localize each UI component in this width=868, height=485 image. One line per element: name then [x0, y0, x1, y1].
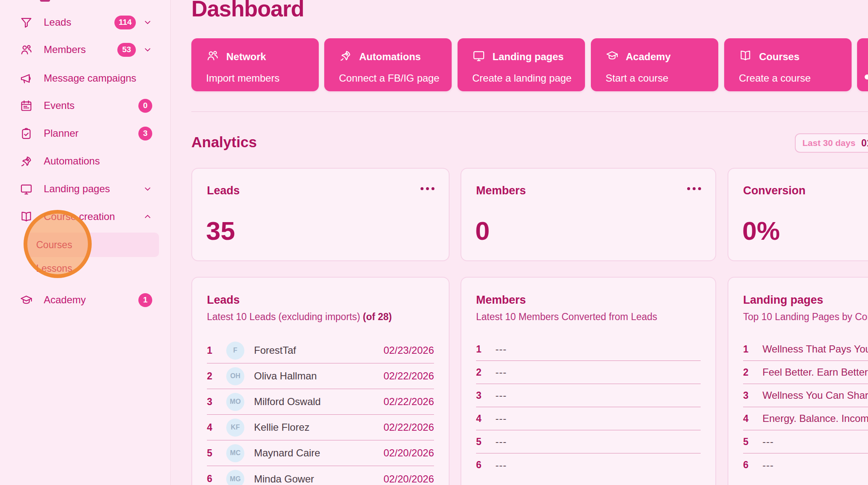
avatar: F [226, 342, 244, 360]
quick-action-title: Network [226, 51, 266, 63]
date-range-value: 01/2 [861, 138, 868, 149]
landing-pages-list-card: Landing pages Top 10 Landing Pages by Co… [728, 277, 868, 485]
table-row[interactable]: 4 KF Kellie Florez 02/22/2026 [207, 415, 434, 440]
table-row[interactable]: 3 MO Milford Oswald 02/22/2026 [207, 389, 434, 415]
table-row: 6 --- [476, 453, 701, 477]
sidebar: Leads 114 Members 53 Message campaigns [0, 0, 171, 485]
date-range-label: Last 30 days [802, 138, 855, 148]
quick-action-courses[interactable]: Courses Create a course [724, 38, 852, 91]
date-range-filter[interactable]: Last 30 days 01/2 [795, 133, 868, 153]
calendar-icon [20, 99, 33, 112]
table-row: 5 --- [476, 430, 701, 453]
stat-title: Conversion [743, 184, 806, 197]
sidebar-subitem-courses[interactable]: Courses [0, 233, 171, 257]
leads-count-badge: 114 [114, 16, 136, 29]
table-row: 3 --- [476, 384, 701, 407]
list-title: Landing pages [743, 294, 823, 307]
sidebar-item-leads[interactable]: Leads 114 [0, 10, 171, 34]
table-row: 4 --- [476, 407, 701, 430]
rocket-icon [20, 155, 33, 168]
table-row[interactable]: 1 F ForestTaf 02/23/2026 [207, 338, 434, 363]
members-list-card: Members Latest 10 Members Converted from… [460, 277, 716, 485]
quick-action-subtitle: Start a course [606, 72, 710, 84]
list-title: Leads [207, 294, 240, 307]
table-row[interactable]: 1 Wellness That Pays You Back [743, 338, 868, 361]
sidebar-item-course-creation[interactable]: Course creation [0, 204, 171, 229]
sidebar-item-landing-pages[interactable]: Landing pages [0, 177, 171, 201]
ellipsis-menu-icon[interactable] [421, 187, 434, 190]
quick-action-automations[interactable]: Automations Connect a FB/IG page [324, 38, 452, 91]
table-row: 1 --- [476, 338, 701, 361]
clipped-icon [865, 74, 868, 80]
quick-action-clipped[interactable] [857, 38, 868, 91]
app-window: Leads 114 Members 53 Message campaigns [0, 0, 868, 485]
table-row[interactable]: 2 Feel Better. Earn Better. [743, 361, 868, 384]
rocket-icon [339, 49, 352, 64]
quick-action-subtitle: Create a landing page [472, 72, 577, 84]
people-icon [20, 43, 33, 56]
sidebar-item-planner[interactable]: Planner 3 [0, 121, 171, 146]
chevron-down-icon[interactable] [143, 184, 152, 193]
list-subtitle: Latest 10 Leads (excluding imports) (of … [207, 311, 392, 323]
monitor-icon [20, 183, 33, 196]
sidebar-item-label: Course creation [44, 211, 115, 223]
members-count-badge: 53 [117, 43, 136, 57]
clipped-nav-item [40, 0, 50, 2]
open-book-icon [739, 49, 752, 64]
sidebar-item-automations[interactable]: Automations [0, 149, 171, 173]
academy-count-badge: 1 [138, 293, 152, 307]
sidebar-item-label: Leads [44, 16, 71, 28]
funnel-icon [20, 16, 33, 29]
table-row[interactable]: 4 Energy. Balance. Income. [743, 407, 868, 430]
sidebar-item-events[interactable]: Events 0 [0, 93, 171, 118]
table-row[interactable]: 5 MC Maynard Caire 02/20/2026 [207, 440, 434, 466]
list-subtitle: Top 10 Landing Pages by Convers [743, 311, 868, 323]
stat-value: 0% [742, 216, 780, 246]
table-row[interactable]: 6 MG Minda Gower 02/20/2026 [207, 466, 434, 485]
table-row: 2 --- [476, 361, 701, 384]
avatar: KF [226, 419, 244, 437]
sidebar-item-members[interactable]: Members 53 [0, 37, 171, 62]
stat-value: 0 [475, 216, 490, 246]
table-row[interactable]: 3 Wellness You Can Share [743, 384, 868, 407]
planner-count-badge: 3 [138, 127, 152, 140]
stat-value: 35 [206, 216, 235, 246]
quick-action-title: Academy [626, 51, 671, 63]
table-row: 6 --- [743, 453, 868, 477]
chevron-up-icon[interactable] [143, 212, 152, 221]
table-row[interactable]: 2 OH Oliva Hallman 02/22/2026 [207, 363, 434, 389]
sidebar-item-message-campaigns[interactable]: Message campaigns [0, 66, 171, 90]
sidebar-item-label: Members [44, 44, 86, 56]
sidebar-subitem-lessons[interactable]: Lessons [0, 257, 171, 281]
sidebar-subitem-label: Courses [36, 239, 72, 251]
chevron-down-icon[interactable] [143, 18, 152, 27]
table-row: 5 --- [743, 430, 868, 453]
leads-list-card: Leads Latest 10 Leads (excluding imports… [191, 277, 450, 485]
quick-action-academy[interactable]: Academy Start a course [591, 38, 718, 91]
events-count-badge: 0 [138, 99, 152, 113]
sidebar-item-label: Academy [44, 294, 86, 306]
avatar: MG [226, 470, 244, 485]
quick-action-network[interactable]: Network Import members [191, 38, 319, 91]
section-divider [191, 111, 868, 112]
sidebar-item-academy[interactable]: Academy 1 [0, 288, 171, 312]
ellipsis-menu-icon[interactable] [687, 187, 701, 190]
quick-action-landing-pages[interactable]: Landing pages Create a landing page [458, 38, 585, 91]
sidebar-item-label: Landing pages [44, 183, 110, 195]
sidebar-item-label: Planner [44, 127, 79, 139]
quick-action-title: Courses [759, 51, 799, 63]
monitor-icon [472, 49, 485, 64]
list-subtitle: Latest 10 Members Converted from Leads [476, 311, 657, 323]
stat-title: Leads [207, 184, 240, 197]
quick-action-title: Automations [359, 51, 421, 63]
analytics-heading: Analytics [191, 134, 257, 151]
sidebar-subitem-label: Lessons [36, 263, 72, 274]
stat-card-leads: Leads 35 [191, 168, 450, 261]
open-book-icon [20, 210, 33, 223]
stat-card-members: Members 0 [460, 168, 716, 261]
chevron-down-icon[interactable] [143, 45, 152, 54]
quick-action-subtitle: Connect a FB/IG page [339, 72, 443, 84]
quick-action-subtitle: Import members [206, 72, 310, 84]
people-icon [206, 49, 219, 64]
megaphone-icon [20, 72, 33, 85]
